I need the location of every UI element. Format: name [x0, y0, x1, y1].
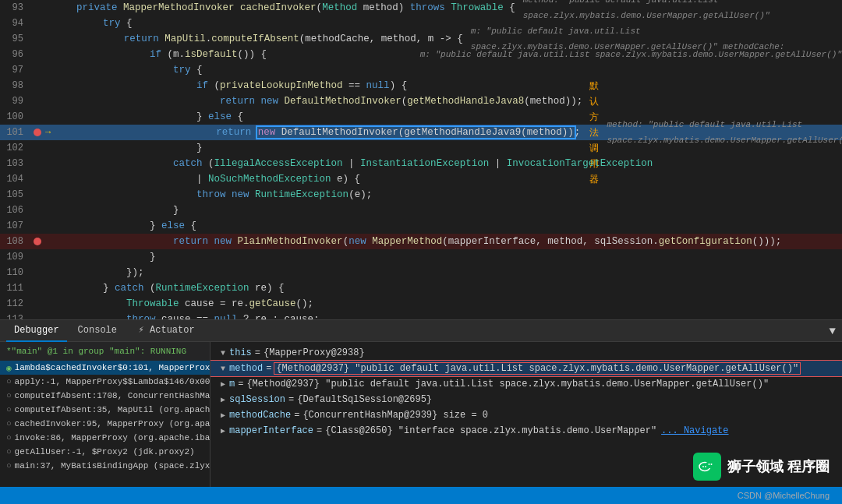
code-text: try { — [56, 62, 842, 78]
line-number: 112 — [0, 296, 30, 312]
var-row[interactable]: ▶mapperInterface = {Class@2650} "interfa… — [210, 423, 842, 439]
code-line: 98 if (privateLookupInMethod == null) { — [0, 78, 842, 93]
call-stack-item[interactable]: ◉lambda$cachedInvoker$0:101, MapperProxy… — [0, 361, 210, 375]
code-line: 93 private MapperMethodInvoker cachedInv… — [0, 0, 842, 16]
code-line: 110 }); — [0, 265, 842, 280]
code-text: } — [56, 203, 842, 218]
call-stack-list: ◉lambda$cachedInvoker$0:101, MapperProxy… — [0, 361, 210, 473]
breakpoint-dot — [34, 238, 41, 245]
csdn-credit: CSDN @MichelleChung — [738, 491, 830, 500]
code-line: 104 | NoSuchMethodException e) { — [0, 171, 842, 187]
call-stack-item[interactable]: ○apply:-1, MapperProxy$$Lambda$146/0x000… — [0, 375, 210, 389]
watermark: 狮子领域 程序圈 — [693, 453, 830, 481]
var-row[interactable]: ▼method = {Method@2937} "public default … — [210, 361, 842, 376]
code-line: 109 } — [0, 249, 842, 265]
code-text: Throwable cause = re.getCause(); — [56, 296, 842, 312]
code-line: 99 return new DefaultMethodInvoker(getMe… — [0, 93, 842, 109]
call-stack-header: *"main" @1 in group "main": RUNNING — [0, 342, 210, 361]
line-number: 113 — [0, 312, 30, 319]
code-line: 95 return MapUtil.computeIfAbsent(method… — [0, 31, 842, 47]
thread-running: *"main" @1 in group "main": RUNNING — [6, 347, 186, 356]
var-row[interactable]: ▶methodCache = {ConcurrentHashMap@2939} … — [210, 407, 842, 423]
line-number: 107 — [0, 218, 30, 234]
thread-filter-icon[interactable]: ▼ — [830, 325, 836, 337]
code-text: return new PlainMethodInvoker(new Mapper… — [56, 234, 842, 249]
line-number: 103 — [0, 156, 30, 171]
lightning-icon: ⚡ — [136, 325, 147, 336]
call-stack-item[interactable]: ○computeIfAbsent:1708, ConcurrentHashMap… — [0, 389, 210, 403]
expand-icon[interactable]: ▶ — [217, 379, 229, 389]
call-stack-item[interactable]: ○main:37, MyBatisBindingApp (space.zlyx.… — [0, 459, 210, 473]
bottom-right: CSDN @MichelleChung — [738, 491, 830, 500]
svg-point-5 — [705, 466, 706, 467]
code-line: 106 } — [0, 203, 842, 218]
line-number: 96 — [0, 47, 30, 62]
code-text: catch (IllegalAccessException | Instanti… — [56, 156, 842, 171]
editor-area: 93 private MapperMethodInvoker cachedInv… — [0, 0, 842, 319]
code-line: 107 } else { — [0, 218, 842, 234]
code-text: if (privateLookupInMethod == null) { — [56, 78, 842, 93]
call-stack-item[interactable]: ○invoke:86, MapperProxy (org.apache.ibat… — [0, 431, 210, 445]
debugger-tabs-bar: Debugger Console ⚡ Actuator ▼ — [0, 320, 842, 342]
line-number: 108 — [0, 234, 30, 249]
code-line: 108 return new PlainMethodInvoker(new Ma… — [0, 234, 842, 249]
expand-icon[interactable]: ▼ — [217, 349, 229, 358]
tab-debugger[interactable]: Debugger — [6, 320, 67, 342]
var-row[interactable]: ▶sqlSession = {DefaultSqlSession@2695} — [210, 392, 842, 407]
code-text: }); — [56, 265, 842, 280]
line-number: 104 — [0, 171, 30, 187]
code-line: 111 } catch (RuntimeException re) { — [0, 280, 842, 296]
svg-point-1 — [706, 461, 715, 468]
line-number: 106 — [0, 203, 30, 218]
inline-hint: m: "public default java.util.List space.… — [420, 47, 842, 62]
navigate-link[interactable]: ... Navigate — [661, 425, 728, 436]
code-container: 93 private MapperMethodInvoker cachedInv… — [0, 0, 842, 319]
wechat-icon — [693, 453, 721, 481]
code-text: throw new RuntimeException(e); — [56, 187, 842, 203]
line-number: 98 — [0, 78, 30, 93]
code-text: if (m.isDefault()) { — [56, 47, 412, 62]
call-stack-item[interactable]: ○cachedInvoker:95, MapperProxy (org.apac… — [0, 417, 210, 431]
code-text: | NoSuchMethodException e) { — [56, 171, 842, 187]
code-line: 101→ return new DefaultMethodInvoker(get… — [0, 125, 842, 140]
bottom-bar: CSDN @MichelleChung — [0, 487, 842, 504]
breakpoint-col[interactable] — [30, 129, 45, 136]
call-stack-item[interactable]: ○getAllUser:-1, $Proxy2 (jdk.proxy2) — [0, 445, 210, 459]
code-line: 112 Throwable cause = re.getCause(); — [0, 296, 842, 312]
code-text: return new DefaultMethodInvoker(getMetho… — [52, 125, 580, 140]
call-stack-item[interactable]: ○computeIfAbsent:35, MapUtil (org.apache… — [0, 403, 210, 417]
svg-point-4 — [702, 466, 704, 467]
line-number: 109 — [0, 249, 30, 265]
code-line: 105 throw new RuntimeException(e); — [0, 187, 842, 203]
line-number: 101 — [0, 125, 30, 140]
code-text: } else { — [56, 218, 842, 234]
code-line: 96 if (m.isDefault()) {m: "public defaul… — [0, 47, 842, 62]
svg-point-2 — [708, 463, 709, 465]
line-number: 95 — [0, 31, 30, 47]
line-number: 97 — [0, 62, 30, 78]
svg-point-3 — [710, 463, 712, 465]
current-line-arrow: → — [45, 125, 51, 140]
code-line: 102 } — [0, 140, 842, 156]
expand-icon[interactable]: ▶ — [217, 395, 229, 404]
expand-icon[interactable]: ▶ — [217, 411, 229, 420]
expand-icon[interactable]: ▼ — [217, 365, 229, 373]
line-number: 100 — [0, 109, 30, 125]
tab-actuator[interactable]: ⚡ Actuator — [128, 320, 203, 342]
code-line: 97 try { — [0, 62, 842, 78]
var-row[interactable]: ▶m = {Method@2937} "public default java.… — [210, 376, 842, 392]
line-number: 99 — [0, 93, 30, 109]
brand-text: 狮子领域 程序圈 — [727, 457, 830, 476]
code-text: return new DefaultMethodInvoker(getMetho… — [56, 93, 842, 109]
line-number: 105 — [0, 187, 30, 203]
line-number: 93 — [0, 0, 30, 16]
line-number: 102 — [0, 140, 30, 156]
tab-console[interactable]: Console — [70, 320, 125, 342]
breakpoint-col[interactable] — [30, 238, 45, 245]
var-row[interactable]: ▼this = {MapperProxy@2938} — [210, 345, 842, 361]
expand-icon[interactable]: ▶ — [217, 426, 229, 435]
code-line: 103 catch (IllegalAccessException | Inst… — [0, 156, 842, 171]
line-number: 94 — [0, 16, 30, 31]
breakpoint-dot — [34, 129, 41, 136]
code-text: private MapperMethodInvoker cachedInvoke… — [53, 0, 515, 16]
